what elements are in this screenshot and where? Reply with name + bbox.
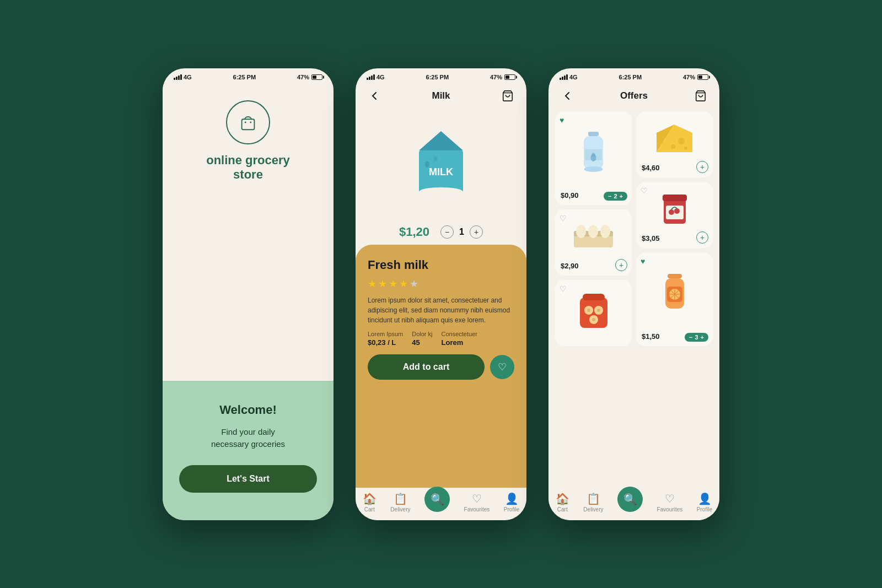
back-button[interactable] [367, 88, 382, 104]
nav-profile[interactable]: 👤 Profile [697, 492, 712, 513]
qty-increase-button[interactable]: + [470, 225, 483, 239]
product-description: Lorem ipsum dolor sit amet, consectetuer… [368, 295, 514, 325]
status-bar: 4G 6:25 PM 47% [163, 68, 334, 84]
svg-point-7 [419, 187, 463, 196]
star-2: ★ [378, 278, 387, 290]
nav-cart[interactable]: 🏠 Cart [363, 492, 377, 513]
qty-increase[interactable]: + [701, 334, 704, 341]
phone-welcome: 4G 6:25 PM 47% online grocery store Welc… [163, 68, 334, 520]
offer-price-juice: $1,50 [642, 332, 660, 341]
add-jam-button[interactable]: + [696, 231, 708, 244]
svg-point-21 [588, 225, 598, 238]
svg-marker-5 [419, 131, 463, 150]
signal-icon [560, 74, 568, 80]
qty-value: 1 [459, 227, 464, 237]
cart-button[interactable] [693, 88, 708, 104]
heart-icon-jam[interactable]: ♡ [641, 186, 648, 195]
status-bar: 4G 6:25 PM 47% [548, 68, 719, 84]
cookies-icon [574, 289, 613, 333]
heart-icon-water[interactable]: ♥ [560, 116, 564, 125]
svg-point-40 [674, 208, 680, 214]
add-to-cart-button[interactable]: Add to cart [368, 354, 485, 380]
jam-icon [658, 189, 691, 229]
offers-header: Offers [548, 84, 719, 109]
svg-point-29 [597, 309, 600, 312]
nav-favourites[interactable]: ♡ Favourites [657, 492, 683, 513]
offers-right-col: $4,60 + ♡ [636, 111, 713, 483]
qty-decrease[interactable]: − [608, 193, 611, 199]
nav-favourites[interactable]: ♡ Favourites [464, 492, 490, 513]
welcome-subtitle: Find your daily necessary groceries [211, 426, 285, 451]
add-eggs-button[interactable]: + [615, 259, 627, 271]
cart-button[interactable] [500, 88, 515, 104]
welcome-title: Welcome! [219, 403, 277, 417]
phone-milk: 4G 6:25 PM 47% Milk MILK [356, 68, 526, 520]
bottom-nav: 🏠 Cart 📋 Delivery 🔍 ♡ Favourites 👤 Profi… [548, 488, 719, 520]
juice-image [642, 258, 707, 329]
product-detail: Fresh milk ★ ★ ★ ★ ★ Lorem ipsum dolor s… [356, 245, 526, 488]
page-title: Milk [432, 90, 450, 101]
juice-icon [661, 271, 689, 315]
nav-search-button[interactable]: 🔍 [617, 487, 643, 512]
svg-point-34 [671, 144, 675, 149]
svg-point-17 [592, 153, 595, 157]
product-image: MILK [356, 109, 526, 219]
cheese-image [642, 117, 707, 160]
heart-icon-cookies[interactable]: ♡ [560, 284, 567, 293]
offer-card-juice: ♥ $1,50 [636, 252, 713, 346]
qty-badge-juice: − 3 + [685, 333, 708, 342]
qty-decrease-button[interactable]: − [440, 225, 454, 239]
svg-rect-24 [583, 294, 605, 300]
favourite-button[interactable]: ♡ [490, 355, 514, 379]
meta-item-3: Consectetuer Lorem [442, 331, 477, 347]
cookies-image [561, 285, 626, 337]
qty-decrease[interactable]: − [689, 334, 692, 341]
nav-search-button[interactable]: 🔍 [424, 487, 450, 512]
start-button[interactable]: Let's Start [179, 465, 317, 493]
svg-point-2 [250, 121, 251, 123]
bottom-nav: 🏠 Cart 📋 Delivery 🔍 ♡ Favourites 👤 Profi… [356, 488, 526, 520]
qty-value: 2 [614, 193, 617, 199]
meta-item-2: Dolor kj 45 [412, 331, 432, 347]
svg-point-28 [587, 309, 590, 312]
eggs-image [561, 215, 626, 258]
add-cheese-button[interactable]: + [696, 161, 708, 173]
quantity-controls: − 1 + [440, 225, 483, 239]
water-image [561, 117, 626, 188]
page-title: Offers [620, 90, 648, 101]
nav-profile[interactable]: 👤 Profile [504, 492, 519, 513]
cheese-icon [654, 122, 695, 155]
water-bottle-icon [578, 127, 609, 177]
heart-icon-eggs[interactable]: ♡ [560, 214, 567, 223]
nav-delivery[interactable]: 📋 Delivery [390, 492, 410, 513]
heart-icon-juice[interactable]: ♥ [641, 257, 645, 266]
welcome-top: online grocery store [163, 84, 334, 381]
star-5: ★ [410, 278, 418, 290]
product-meta: Lorem Ipsum $0,23 / L Dolor kj 45 Consec… [368, 331, 514, 347]
signal-icon [174, 74, 182, 80]
jam-image [642, 187, 707, 231]
price-qty-row: $1,20 − 1 + [356, 219, 526, 245]
star-4: ★ [399, 278, 408, 290]
svg-text:MILK: MILK [429, 166, 453, 177]
offer-card-water: ♥ $0,90 − 2 + [555, 111, 632, 205]
signal-icon [367, 74, 375, 80]
qty-increase[interactable]: + [620, 193, 623, 199]
offer-card-cheese: $4,60 + [636, 111, 713, 177]
product-price: $1,20 [399, 225, 429, 239]
back-button[interactable] [560, 88, 575, 104]
battery-icon [697, 74, 708, 80]
status-bar: 4G 6:25 PM 47% [356, 68, 526, 84]
phone-offers: 4G 6:25 PM 47% Offers ♥ [548, 68, 719, 520]
offer-price-cheese: $4,60 [642, 164, 660, 172]
offer-price-eggs: $2,90 [561, 262, 579, 270]
shopping-bag-icon [238, 112, 259, 133]
time-label: 6:25 PM [233, 74, 256, 80]
offer-card-cookies: ♡ [555, 280, 632, 346]
svg-point-22 [600, 225, 610, 238]
nav-delivery[interactable]: 📋 Delivery [583, 492, 603, 513]
nav-cart[interactable]: 🏠 Cart [556, 492, 569, 513]
svg-rect-0 [242, 119, 255, 130]
star-3: ★ [389, 278, 397, 290]
svg-point-20 [576, 225, 586, 238]
